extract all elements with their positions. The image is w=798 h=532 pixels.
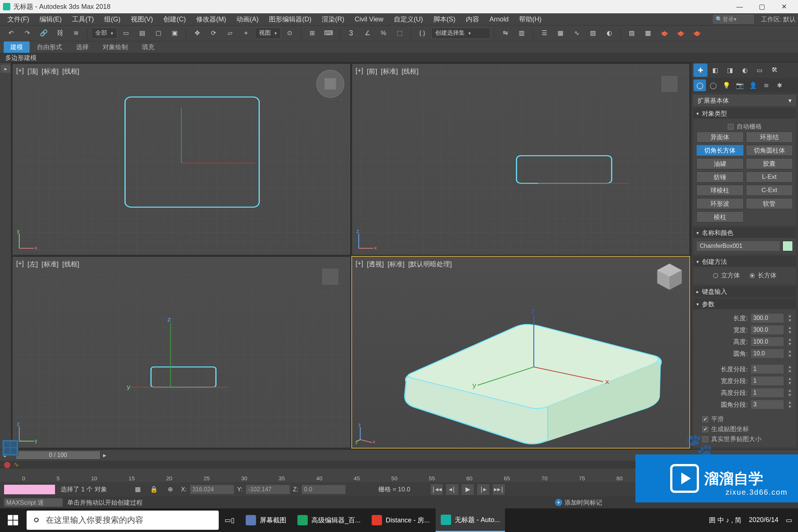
render-button[interactable]: 🫖 [657,26,672,41]
creation-cube-radio[interactable]: 立方体 [713,271,740,280]
lock-selection-button[interactable]: ▦ [132,484,143,495]
select-by-name-button[interactable]: ▤ [135,26,150,41]
sub-geometry[interactable]: ◯ [693,79,706,91]
next-frame-button[interactable]: ∣▸ [477,484,490,495]
selection-filter-dropdown[interactable]: 全部▾ [91,28,117,39]
taskbar-item-2[interactable]: Distance - 房... [366,508,435,532]
menu-animation[interactable]: 动画(A) [231,13,264,25]
auto-key-button[interactable] [4,484,55,495]
taskbar-item-1[interactable]: 高级编辑器_百... [292,508,366,532]
render-frame-button[interactable]: ▩ [641,26,655,41]
ribbon-tab-object-paint[interactable]: 对象绘制 [96,41,134,53]
window-maximize-button[interactable]: ▢ [751,0,773,13]
geometry-category-dropdown[interactable]: 扩展基本体▾ [693,95,796,106]
sub-helpers[interactable]: 👤 [747,79,759,91]
viewcube-persp[interactable] [653,260,686,293]
viewcube-front[interactable] [653,68,686,100]
align-button[interactable]: ▥ [514,26,529,41]
rotate-button[interactable]: ⟳ [206,26,221,41]
create-tab[interactable]: ✚ [693,64,707,77]
goto-end-button[interactable]: ▸▸∣ [492,484,505,495]
taskbar-clock[interactable]: 2020/6/14 [749,516,778,524]
link-button[interactable]: 🔗 [36,26,51,41]
rollout-creation-method-header[interactable]: ▾创建方法 [693,256,796,267]
system-tray[interactable]: 囲 中 ♪ , 简 2020/6/14 ▭ [703,516,798,525]
viewport-top[interactable]: [+] [顶] [标准] [线框] x y [12,64,351,255]
taskbar-item-3[interactable]: 无标题 - Auto... [436,508,505,532]
length-segs-spin-arrows[interactable]: ▲▼ [787,364,793,374]
obj-spindle[interactable]: 纺锤 [696,171,744,183]
time-slider-handle[interactable]: 0 / 100 [16,451,100,460]
coord-z[interactable]: 0.0 [301,485,346,494]
obj-torus-knot[interactable]: 环形结 [746,132,793,143]
object-color-swatch[interactable] [782,241,793,251]
obj-prism[interactable]: 棱柱 [696,211,744,222]
fillet-segs-spinner[interactable]: 3 [751,400,784,409]
edit-named-sel-button[interactable]: { } [415,26,430,41]
viewcube-left[interactable] [314,260,347,293]
schematic-view-button[interactable]: ▧ [586,26,600,41]
lock-icon[interactable]: 🔒 [149,484,160,495]
render-iterate-button[interactable]: 🫖 [673,26,688,41]
sub-shapes[interactable]: ◯ [707,79,719,91]
rollout-parameters-header[interactable]: ▾参数 [693,299,796,309]
obj-capsule[interactable]: 胶囊 [746,158,793,169]
goto-start-button[interactable]: ∣◂◂ [430,484,443,495]
unlink-button[interactable]: ⛓ [52,26,67,41]
use-pivot-button[interactable]: ⊙ [282,26,297,41]
menu-group[interactable]: 组(G) [99,13,126,25]
select-manipulate-button[interactable]: ⊞ [305,26,320,41]
add-time-marker[interactable]: +添加时间标记 [555,498,602,507]
height-spinner[interactable]: 100.0 [751,337,784,347]
angle-snap-button[interactable]: ∠ [360,26,375,41]
creation-box-radio[interactable]: 长方体 [750,271,777,280]
hierarchy-tab[interactable]: ◨ [723,64,737,77]
sub-systems[interactable]: ✱ [773,79,786,91]
ribbon-tab-selection[interactable]: 选择 [69,41,95,53]
notification-icon[interactable]: ▭ [786,516,792,524]
viewport-left[interactable]: [+] [左] [标准] [线框] z y y z [12,256,351,448]
obj-ringwave[interactable]: 环形波 [696,198,744,209]
coord-y[interactable]: -102.147 [246,485,290,494]
rollout-object-type-header[interactable]: ▾对象类型 [693,108,796,119]
auto-grid-checkbox[interactable]: 自动栅格 [696,122,793,132]
scale-button[interactable]: ▱ [222,26,237,41]
select-object-button[interactable]: ▭ [119,26,133,41]
ribbon-tab-populate[interactable]: 填充 [135,41,161,53]
task-view-button[interactable]: ▭▯ [219,508,240,532]
abs-rel-button[interactable]: ⊕ [165,484,176,495]
play-button[interactable]: ▶ [461,484,474,495]
menu-tools[interactable]: 工具(T) [67,13,99,25]
modify-tab[interactable]: ◧ [708,64,722,77]
prev-frame-button[interactable]: ◂∣ [446,484,459,495]
length-spin-arrows[interactable]: ▲▼ [787,313,793,323]
length-spinner[interactable]: 300.0 [751,313,784,323]
toggle-ribbon-button[interactable]: ▦ [553,26,568,41]
mirror-button[interactable]: ⇋ [498,26,513,41]
menu-civil-view[interactable]: Civil View [349,13,389,25]
menu-create[interactable]: 创建(C) [158,13,191,25]
percent-snap-button[interactable]: % [376,26,391,41]
rollout-keyboard-entry-header[interactable]: ▸键盘输入 [693,286,796,297]
spinner-snap-button[interactable]: ⬚ [392,26,407,41]
keyboard-shortcut-button[interactable]: ⌨ [321,26,336,41]
viewport-perspective[interactable]: [+] [透视] [标准] [默认明暗处理] x y z [352,256,690,448]
width-spinner[interactable]: 300.0 [751,325,784,335]
height-segs-spinner[interactable]: 1 [751,388,784,398]
menu-views[interactable]: 视图(V) [126,13,158,25]
height-segs-spin-arrows[interactable]: ▲▼ [787,388,793,398]
fillet-spinner[interactable]: 10.0 [751,349,784,358]
obj-c-ext[interactable]: C-Ext [746,185,793,196]
menu-customize[interactable]: 自定义(U) [389,13,428,25]
sub-cameras[interactable]: 📷 [733,79,746,91]
viewport-front[interactable]: [+] [前] [标准] [线框] x z [352,64,690,255]
menu-modifiers[interactable]: 修改器(M) [191,13,231,25]
menu-content[interactable]: 内容 [461,13,484,25]
menu-scripting[interactable]: 脚本(S) [428,13,461,25]
menu-file[interactable]: 文件(F) [2,13,34,25]
dock-expand-button[interactable]: ▸ [1,65,10,73]
ribbon-tab-freeform[interactable]: 自由形式 [30,41,69,53]
sub-spacewarps[interactable]: ≋ [760,79,773,91]
select-region-button[interactable]: ▢ [151,26,166,41]
taskbar-search[interactable]: ⭘ 在这里输入你要搜索的内容 [27,511,219,530]
